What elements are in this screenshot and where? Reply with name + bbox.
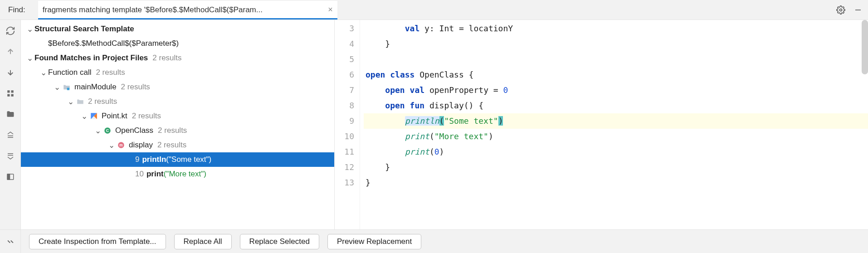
tree-module[interactable]: ⌄ mainModule 2 results (21, 80, 334, 94)
svg-rect-4 (7, 94, 10, 97)
line-number-gutter: 3 4 5 6 7 8 9 10 11 12 13 (335, 20, 360, 229)
tree-found-header[interactable]: ⌄ Found Matches in Project Files 2 resul… (21, 51, 334, 65)
code-preview: 3 4 5 6 7 8 9 10 11 12 13 val y: Int = l… (335, 20, 868, 229)
code-line: print("More text") (364, 129, 868, 144)
line-number: 8 (335, 98, 360, 113)
svg-rect-7 (7, 174, 10, 180)
line-number: 13 (335, 175, 360, 190)
folder-count: 2 results (88, 97, 117, 106)
match1-arg: ("Some text") (166, 155, 211, 164)
code-line: val y: Int = locationY (364, 21, 868, 36)
find-label: Find: (8, 5, 25, 15)
find-input[interactable]: fragments matching template '$Before$.$M… (38, 1, 337, 19)
code-line: } (364, 160, 868, 175)
found-count: 2 results (152, 54, 181, 63)
preview-panel-icon[interactable] (4, 170, 17, 183)
code-line: } (364, 175, 868, 190)
file-count: 2 results (132, 112, 161, 121)
gear-icon[interactable] (834, 4, 847, 16)
svg-rect-5 (11, 94, 13, 97)
chevron-down-icon[interactable]: ⌄ (80, 112, 89, 121)
tree-class[interactable]: ⌄ C OpenClass 2 results (21, 123, 334, 138)
svg-rect-8 (67, 88, 69, 90)
scrollbar-thumb[interactable] (862, 20, 868, 74)
more-icon[interactable] (4, 235, 17, 248)
replace-all-button[interactable]: Replace All (174, 234, 232, 249)
class-label: OpenClass (115, 126, 153, 135)
module-count: 2 results (121, 83, 150, 92)
code-line: open class OpenClass { (364, 67, 868, 83)
line-number: 10 (335, 129, 360, 144)
code-line-highlighted: println("Some text") (364, 113, 868, 129)
line-number: 7 (335, 83, 360, 98)
tree-method[interactable]: ⌄ m display 2 results (21, 138, 334, 152)
expand-all-icon[interactable] (4, 129, 17, 141)
tree-match-1[interactable]: 9 println("Some text") (21, 152, 334, 167)
tree-folder[interactable]: ⌄ 2 results (21, 94, 334, 109)
line-number: 4 (335, 36, 360, 52)
svg-rect-3 (11, 90, 13, 92)
create-inspection-button[interactable]: Create Inspection from Template... (29, 234, 166, 249)
template-header-label: Structural Search Template (34, 24, 134, 34)
chevron-down-icon[interactable]: ⌄ (93, 126, 102, 136)
tree-template-header[interactable]: ⌄ Structural Search Template (21, 22, 334, 36)
chevron-down-icon[interactable]: ⌄ (66, 97, 75, 107)
chevron-down-icon[interactable]: ⌄ (39, 68, 48, 78)
line-number: 12 (335, 160, 360, 175)
tree-template-text[interactable]: $Before$.$MethodCall$($Parameter$) (21, 36, 334, 51)
code-line (364, 52, 868, 67)
tree-function-call[interactable]: ⌄ Function call 2 results (21, 65, 334, 80)
arrow-up-icon[interactable] (4, 45, 17, 58)
folder-icon (75, 97, 85, 107)
module-label: mainModule (74, 83, 117, 92)
class-icon: C (102, 126, 112, 136)
left-toolbar (0, 20, 21, 229)
line-number: 9 (335, 113, 360, 129)
preview-replacement-button[interactable]: Preview Replacement (327, 234, 421, 249)
button-bar: Create Inspection from Template... Repla… (0, 229, 868, 253)
function-call-count: 2 results (96, 68, 125, 77)
collapse-all-icon[interactable] (4, 150, 17, 162)
line-number: 11 (335, 144, 360, 160)
tree-file[interactable]: ⌄ Point.kt 2 results (21, 109, 334, 123)
find-query-text: fragments matching template '$Before$.$M… (43, 5, 324, 15)
results-tree[interactable]: ⌄ Structural Search Template $Before$.$M… (21, 20, 335, 229)
method-count: 2 results (157, 141, 186, 150)
method-icon: m (116, 140, 126, 150)
refresh-icon[interactable] (4, 24, 17, 37)
line-number: 6 (335, 67, 360, 83)
line-number: 3 (335, 21, 360, 36)
find-bar: Find: fragments matching template '$Befo… (0, 0, 868, 20)
svg-text:C: C (106, 128, 109, 133)
file-label: Point.kt (102, 112, 127, 121)
replace-selected-button[interactable]: Replace Selected (240, 234, 319, 249)
code-line: } (364, 36, 868, 52)
function-call-label: Function call (48, 68, 91, 77)
chevron-down-icon[interactable]: ⌄ (53, 83, 62, 92)
folder-settings-icon[interactable] (4, 108, 17, 121)
layout-icon[interactable] (4, 87, 17, 100)
match2-arg: ("More text") (164, 170, 206, 179)
match1-line: 9 (135, 155, 139, 164)
code-line: open val openProperty = 0 (364, 83, 868, 98)
chevron-down-icon[interactable]: ⌄ (25, 54, 34, 63)
found-header-label: Found Matches in Project Files (34, 54, 148, 63)
tree-match-2[interactable]: 10 print("More text") (21, 167, 334, 181)
template-text: $Before$.$MethodCall$($Parameter$) (48, 39, 179, 48)
chevron-down-icon[interactable]: ⌄ (107, 141, 116, 150)
match1-call: println (142, 155, 166, 164)
code-line: print(0) (364, 144, 868, 160)
arrow-down-icon[interactable] (4, 66, 17, 79)
minimize-icon[interactable] (852, 4, 864, 16)
close-icon[interactable]: × (328, 5, 333, 15)
code-line: open fun display() { (364, 98, 868, 113)
module-icon (62, 82, 72, 92)
chevron-down-icon[interactable]: ⌄ (25, 24, 34, 34)
code-area[interactable]: val y: Int = locationY } open class Open… (360, 20, 868, 229)
svg-text:m: m (119, 143, 122, 147)
match2-line: 10 (135, 170, 144, 179)
svg-point-0 (840, 9, 842, 11)
method-label: display (129, 141, 153, 150)
line-number: 5 (335, 52, 360, 67)
class-count: 2 results (158, 126, 187, 135)
